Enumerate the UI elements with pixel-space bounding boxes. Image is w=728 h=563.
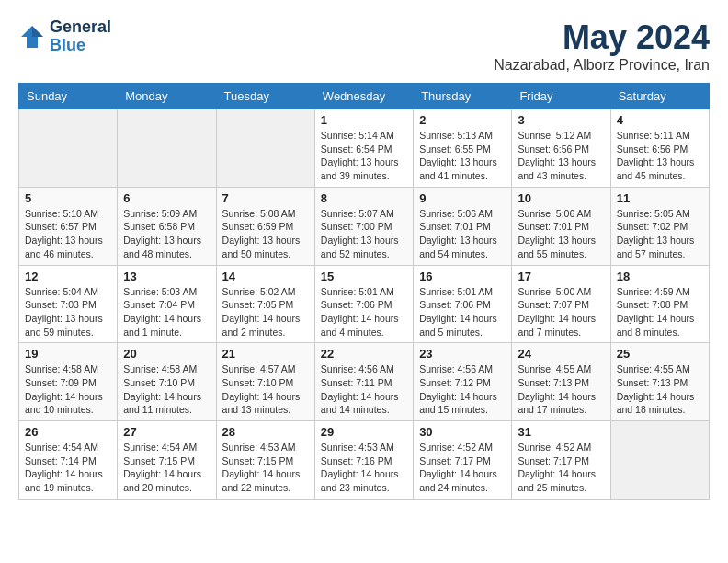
calendar-week-4: 19Sunrise: 4:58 AM Sunset: 7:09 PM Dayli… [19,343,710,421]
day-info: Sunrise: 4:58 AM Sunset: 7:10 PM Dayligh… [123,362,210,417]
day-number: 30 [419,425,506,439]
calendar-cell: 25Sunrise: 4:55 AM Sunset: 7:13 PM Dayli… [610,343,709,421]
day-number: 7 [222,191,309,205]
day-number: 26 [25,425,111,439]
day-number: 2 [419,113,506,127]
day-info: Sunrise: 5:01 AM Sunset: 7:06 PM Dayligh… [321,285,407,339]
day-number: 14 [222,270,309,283]
calendar-cell: 4Sunrise: 5:11 AM Sunset: 6:56 PM Daylig… [610,109,709,188]
title-block: May 2024 Nazarabad, Alborz Province, Ira… [494,18,710,74]
day-info: Sunrise: 4:57 AM Sunset: 7:10 PM Dayligh… [222,362,309,417]
logo-text: General Blue [50,18,111,55]
day-info: Sunrise: 5:13 AM Sunset: 6:55 PM Dayligh… [419,129,506,183]
day-number: 3 [518,113,604,127]
day-info: Sunrise: 5:04 AM Sunset: 7:03 PM Dayligh… [25,285,111,339]
day-number: 20 [123,347,210,361]
day-info: Sunrise: 4:55 AM Sunset: 7:13 PM Dayligh… [518,362,604,417]
day-info: Sunrise: 5:02 AM Sunset: 7:05 PM Dayligh… [222,285,309,339]
calendar-cell: 24Sunrise: 4:55 AM Sunset: 7:13 PM Dayli… [512,343,610,421]
calendar-cell: 9Sunrise: 5:06 AM Sunset: 7:01 PM Daylig… [414,187,512,265]
page-header: General Blue May 2024 Nazarabad, Alborz … [18,18,710,74]
calendar-cell: 17Sunrise: 5:00 AM Sunset: 7:07 PM Dayli… [512,265,610,343]
calendar-cell: 19Sunrise: 4:58 AM Sunset: 7:09 PM Dayli… [19,343,118,421]
day-info: Sunrise: 4:52 AM Sunset: 7:17 PM Dayligh… [419,441,506,495]
day-number: 22 [321,347,407,361]
logo-icon [18,23,46,51]
calendar-cell: 28Sunrise: 4:53 AM Sunset: 7:15 PM Dayli… [216,421,314,500]
calendar-week-5: 26Sunrise: 4:54 AM Sunset: 7:14 PM Dayli… [19,421,710,500]
day-info: Sunrise: 5:06 AM Sunset: 7:01 PM Dayligh… [518,207,604,261]
calendar-cell: 6Sunrise: 5:09 AM Sunset: 6:58 PM Daylig… [118,187,216,265]
weekday-header-row: SundayMondayTuesdayWednesdayThursdayFrid… [19,84,710,109]
day-info: Sunrise: 5:03 AM Sunset: 7:04 PM Dayligh… [123,285,210,339]
day-info: Sunrise: 5:00 AM Sunset: 7:07 PM Dayligh… [518,285,604,339]
day-info: Sunrise: 4:54 AM Sunset: 7:15 PM Dayligh… [123,441,210,495]
weekday-header-saturday: Saturday [610,84,709,109]
calendar-cell: 18Sunrise: 4:59 AM Sunset: 7:08 PM Dayli… [610,265,709,343]
day-number: 23 [419,347,506,361]
day-info: Sunrise: 4:56 AM Sunset: 7:11 PM Dayligh… [321,362,407,417]
calendar-cell: 30Sunrise: 4:52 AM Sunset: 7:17 PM Dayli… [414,421,512,500]
calendar-cell: 15Sunrise: 5:01 AM Sunset: 7:06 PM Dayli… [314,265,413,343]
calendar-cell: 22Sunrise: 4:56 AM Sunset: 7:11 PM Dayli… [314,343,413,421]
day-info: Sunrise: 5:14 AM Sunset: 6:54 PM Dayligh… [321,129,407,183]
day-number: 16 [419,270,506,283]
day-number: 8 [321,191,407,205]
day-info: Sunrise: 4:53 AM Sunset: 7:16 PM Dayligh… [321,441,407,495]
weekday-header-tuesday: Tuesday [216,84,314,109]
day-number: 11 [617,191,703,205]
calendar-cell [216,109,314,188]
day-number: 15 [321,270,407,283]
calendar-cell: 8Sunrise: 5:07 AM Sunset: 7:00 PM Daylig… [314,187,413,265]
day-number: 29 [321,425,407,439]
day-info: Sunrise: 5:06 AM Sunset: 7:01 PM Dayligh… [419,207,506,261]
svg-marker-1 [32,26,43,37]
location-title: Nazarabad, Alborz Province, Iran [494,57,710,74]
day-number: 9 [419,191,506,205]
day-info: Sunrise: 5:12 AM Sunset: 6:56 PM Dayligh… [518,129,604,183]
day-number: 25 [617,347,703,361]
day-info: Sunrise: 5:09 AM Sunset: 6:58 PM Dayligh… [123,207,210,261]
month-title: May 2024 [494,18,710,57]
calendar-cell: 10Sunrise: 5:06 AM Sunset: 7:01 PM Dayli… [512,187,610,265]
day-info: Sunrise: 4:54 AM Sunset: 7:14 PM Dayligh… [25,441,111,495]
logo: General Blue [18,18,111,55]
day-number: 1 [321,113,407,127]
day-number: 31 [518,425,604,439]
day-info: Sunrise: 4:53 AM Sunset: 7:15 PM Dayligh… [222,441,309,495]
day-number: 5 [25,191,111,205]
calendar-cell: 21Sunrise: 4:57 AM Sunset: 7:10 PM Dayli… [216,343,314,421]
calendar-table: SundayMondayTuesdayWednesdayThursdayFrid… [18,83,710,500]
day-info: Sunrise: 4:58 AM Sunset: 7:09 PM Dayligh… [25,362,111,417]
calendar-cell: 13Sunrise: 5:03 AM Sunset: 7:04 PM Dayli… [118,265,216,343]
day-info: Sunrise: 4:56 AM Sunset: 7:12 PM Dayligh… [419,362,506,417]
calendar-cell [19,109,118,188]
day-number: 24 [518,347,604,361]
calendar-cell: 29Sunrise: 4:53 AM Sunset: 7:16 PM Dayli… [314,421,413,500]
calendar-cell: 11Sunrise: 5:05 AM Sunset: 7:02 PM Dayli… [610,187,709,265]
day-number: 12 [25,270,111,283]
calendar-cell: 2Sunrise: 5:13 AM Sunset: 6:55 PM Daylig… [414,109,512,188]
calendar-cell: 27Sunrise: 4:54 AM Sunset: 7:15 PM Dayli… [118,421,216,500]
calendar-cell: 12Sunrise: 5:04 AM Sunset: 7:03 PM Dayli… [19,265,118,343]
calendar-week-2: 5Sunrise: 5:10 AM Sunset: 6:57 PM Daylig… [19,187,710,265]
day-number: 6 [123,191,210,205]
day-number: 27 [123,425,210,439]
day-info: Sunrise: 4:52 AM Sunset: 7:17 PM Dayligh… [518,441,604,495]
day-info: Sunrise: 4:59 AM Sunset: 7:08 PM Dayligh… [617,285,703,339]
day-info: Sunrise: 5:01 AM Sunset: 7:06 PM Dayligh… [419,285,506,339]
day-number: 19 [25,347,111,361]
calendar-week-1: 1Sunrise: 5:14 AM Sunset: 6:54 PM Daylig… [19,109,710,188]
day-number: 13 [123,270,210,283]
calendar-cell: 3Sunrise: 5:12 AM Sunset: 6:56 PM Daylig… [512,109,610,188]
calendar-cell: 1Sunrise: 5:14 AM Sunset: 6:54 PM Daylig… [314,109,413,188]
calendar-cell: 23Sunrise: 4:56 AM Sunset: 7:12 PM Dayli… [414,343,512,421]
calendar-week-3: 12Sunrise: 5:04 AM Sunset: 7:03 PM Dayli… [19,265,710,343]
day-info: Sunrise: 5:08 AM Sunset: 6:59 PM Dayligh… [222,207,309,261]
weekday-header-monday: Monday [118,84,216,109]
day-number: 10 [518,191,604,205]
calendar-cell: 26Sunrise: 4:54 AM Sunset: 7:14 PM Dayli… [19,421,118,500]
weekday-header-thursday: Thursday [414,84,512,109]
day-number: 18 [617,270,703,283]
day-info: Sunrise: 5:10 AM Sunset: 6:57 PM Dayligh… [25,207,111,261]
